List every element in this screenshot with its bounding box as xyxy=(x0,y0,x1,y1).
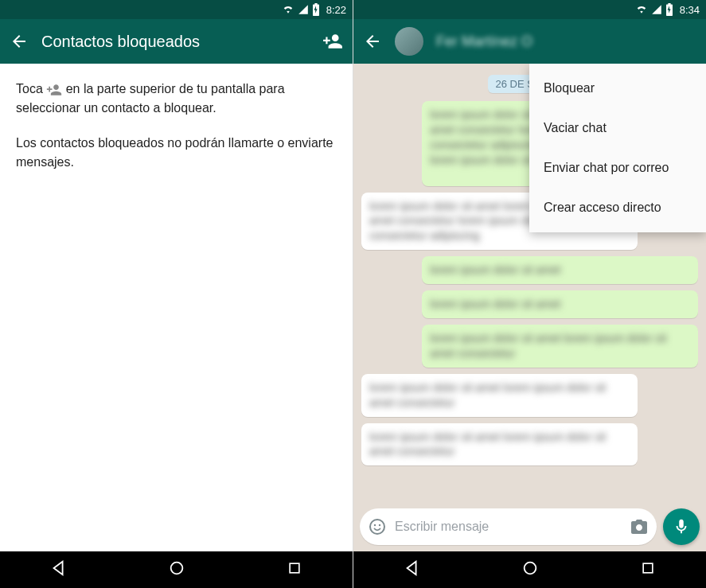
back-button[interactable] xyxy=(10,32,29,51)
mic-button[interactable] xyxy=(663,508,700,545)
wifi-icon xyxy=(635,4,648,15)
camera-icon[interactable] xyxy=(630,517,649,536)
nav-home-button[interactable] xyxy=(168,559,185,580)
chat-app-bar: Fer Martínez O xyxy=(353,19,706,64)
nav-home-button[interactable] xyxy=(521,559,539,580)
svg-rect-1 xyxy=(290,563,299,573)
chat-area: 26 DE SEPTIE lorem ipsum dolor sit amet … xyxy=(353,64,706,551)
android-nav-bar xyxy=(353,551,706,588)
android-nav-bar xyxy=(0,551,353,588)
svg-rect-6 xyxy=(643,563,653,573)
battery-icon xyxy=(665,3,673,16)
app-bar: Contactos bloqueados xyxy=(0,19,353,64)
nav-recent-button[interactable] xyxy=(640,560,656,579)
person-add-icon xyxy=(46,82,62,98)
menu-item[interactable]: Bloquear xyxy=(529,68,706,108)
message-bubble[interactable]: lorem ipsum dolor sit amet xyxy=(422,256,698,284)
contact-name[interactable]: Fer Martínez O xyxy=(436,33,696,50)
svg-point-5 xyxy=(525,563,536,574)
wifi-icon xyxy=(282,4,294,15)
page-title: Contactos bloqueados xyxy=(41,33,310,51)
instruction-text-1: Toca en la parte superior de tu pantalla… xyxy=(16,80,337,118)
person-add-icon xyxy=(322,31,343,52)
status-bar: 8:22 xyxy=(0,0,353,19)
avatar[interactable] xyxy=(395,27,423,56)
svg-point-4 xyxy=(379,524,380,526)
nav-recent-button[interactable] xyxy=(287,560,302,579)
status-time: 8:34 xyxy=(680,4,700,16)
battery-icon xyxy=(312,3,320,16)
back-button[interactable] xyxy=(363,32,382,51)
screen-blocked-contacts: 8:22 Contactos bloqueados Toca en la par… xyxy=(0,0,353,588)
message-bubble[interactable]: lorem ipsum dolor sit amet lorem ipsum d… xyxy=(361,374,638,417)
svg-point-0 xyxy=(171,563,183,574)
menu-item[interactable]: Vaciar chat xyxy=(529,108,706,148)
nav-back-button[interactable] xyxy=(50,559,68,580)
message-bubble[interactable]: lorem ipsum dolor sit amet xyxy=(422,290,698,318)
add-contact-button[interactable] xyxy=(322,31,343,52)
mic-icon xyxy=(673,518,690,535)
status-bar: 8:34 xyxy=(353,0,706,19)
message-bubble[interactable]: lorem ipsum dolor sit amet lorem ipsum d… xyxy=(422,325,698,368)
signal-icon xyxy=(651,4,662,15)
status-time: 8:22 xyxy=(326,4,346,16)
input-row: Escribir mensaje xyxy=(353,504,706,551)
signal-icon xyxy=(298,4,309,15)
svg-point-3 xyxy=(374,524,376,526)
input-placeholder: Escribir mensaje xyxy=(395,520,622,534)
nav-back-button[interactable] xyxy=(404,559,421,580)
message-bubble[interactable]: lorem ipsum dolor sit amet lorem ipsum d… xyxy=(361,423,638,466)
menu-item[interactable]: Enviar chat por correo xyxy=(529,148,706,188)
overflow-menu: BloquearVaciar chatEnviar chat por corre… xyxy=(529,64,706,232)
instruction-text-2: Los contactos bloqueados no podrán llama… xyxy=(16,134,337,172)
instructions-content: Toca en la parte superior de tu pantalla… xyxy=(0,64,353,551)
emoji-icon[interactable] xyxy=(368,517,387,536)
svg-point-2 xyxy=(370,520,384,534)
message-input[interactable]: Escribir mensaje xyxy=(360,508,657,545)
screen-chat: 8:34 Fer Martínez O 26 DE SEPTIE lorem i… xyxy=(353,0,706,588)
menu-item[interactable]: Crear acceso directo xyxy=(529,188,706,228)
